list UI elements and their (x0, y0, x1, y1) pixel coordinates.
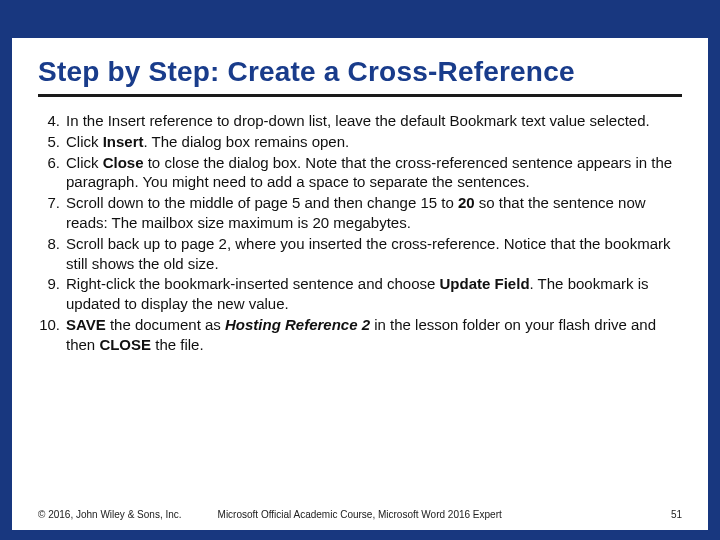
slide-title: Step by Step: Create a Cross-Reference (38, 56, 682, 97)
step-item: 8.Scroll back up to page 2, where you in… (38, 234, 682, 274)
slide-content: Step by Step: Create a Cross-Reference 4… (12, 38, 708, 530)
step-text: Click Insert. The dialog box remains ope… (66, 132, 682, 152)
step-item: 7.Scroll down to the middle of page 5 an… (38, 193, 682, 233)
step-number: 7. (38, 193, 66, 233)
step-number: 5. (38, 132, 66, 152)
slide: Step by Step: Create a Cross-Reference 4… (0, 0, 720, 540)
step-number: 4. (38, 111, 66, 131)
step-list: 4.In the Insert reference to drop-down l… (38, 111, 682, 497)
step-item: 4.In the Insert reference to drop-down l… (38, 111, 682, 131)
footer-page: 51 (671, 509, 682, 520)
step-text: Scroll down to the middle of page 5 and … (66, 193, 682, 233)
step-text: Scroll back up to page 2, where you inse… (66, 234, 682, 274)
step-item: 6.Click Close to close the dialog box. N… (38, 153, 682, 193)
step-number: 8. (38, 234, 66, 274)
step-number: 10. (38, 315, 66, 355)
step-item: 5.Click Insert. The dialog box remains o… (38, 132, 682, 152)
step-item: 10.SAVE the document as Hosting Referenc… (38, 315, 682, 355)
step-text: SAVE the document as Hosting Reference 2… (66, 315, 682, 355)
footer: © 2016, John Wiley & Sons, Inc. Microsof… (38, 497, 682, 520)
step-text: Click Close to close the dialog box. Not… (66, 153, 682, 193)
step-number: 6. (38, 153, 66, 193)
footer-copyright: © 2016, John Wiley & Sons, Inc. (38, 509, 182, 520)
step-text: Right-click the bookmark-inserted senten… (66, 274, 682, 314)
step-item: 9.Right-click the bookmark-inserted sent… (38, 274, 682, 314)
step-number: 9. (38, 274, 66, 314)
footer-course: Microsoft Official Academic Course, Micr… (218, 509, 671, 520)
step-text: In the Insert reference to drop-down lis… (66, 111, 682, 131)
